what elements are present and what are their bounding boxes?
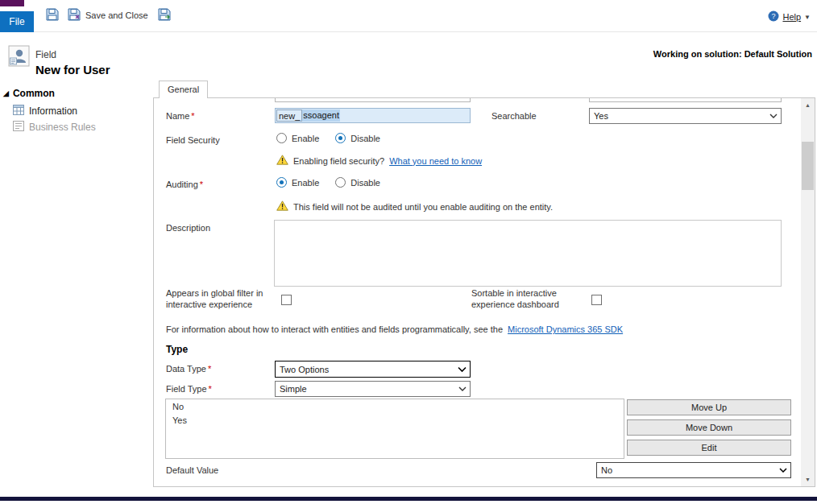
auditing-radio-group: Enable Disable [276,177,380,188]
auditing-warning-text: This field will not be audited until you… [293,202,553,212]
chevron-down-icon [458,366,467,372]
help-label: Help [782,12,801,22]
auditing-warning: This field will not be audited until you… [276,200,553,213]
field-security-disable-radio[interactable] [335,133,346,143]
warning-icon [276,200,288,213]
help-icon: ? [768,10,779,23]
default-value-label: Default Value [166,465,218,475]
auditing-enable-radio[interactable] [276,177,287,188]
save-and-new-icon[interactable] [158,8,171,24]
global-filter-label: Appears in global filter in interactive … [166,287,272,310]
list-item[interactable]: No [166,399,624,413]
warning-icon [276,155,288,167]
help-menu[interactable]: ? Help ▼ [768,10,811,23]
save-icon[interactable] [46,8,59,24]
enable-label: Enable [292,178,319,188]
chevron-down-icon [779,468,787,473]
field-security-warning: Enabling field security? What you need t… [276,155,482,167]
save-and-close-label: Save and Close [85,10,148,20]
chevron-down-icon: ▼ [804,14,811,21]
move-down-button[interactable]: Move Down [627,419,791,436]
default-value-select[interactable]: No [596,462,791,478]
searchable-label: Searchable [491,111,537,121]
scrollbar-thumb[interactable] [802,142,814,190]
sidebar-item-label: Information [29,105,77,117]
sidebar-nav: ◢ Common Information [0,81,153,497]
chevron-down-icon [769,114,778,118]
sidebar-item-label: Business Rules [29,122,96,133]
two-options-list: No Yes [165,399,624,459]
disable-label: Disable [350,134,380,143]
field-security-warning-text: Enabling field security? [293,156,384,166]
collapse-triangle-icon: ◢ [3,89,9,97]
disable-label: Disable [350,178,380,188]
enable-label: Enable [292,134,319,143]
move-up-button[interactable]: Move Up [627,399,791,415]
cutoff-input-left [275,98,471,102]
svg-text:?: ? [772,12,776,20]
field-security-enable-radio[interactable] [276,133,287,143]
page-title: New for User [35,63,110,76]
field-type-select[interactable]: Simple [275,381,471,397]
edit-button[interactable]: Edit [627,440,791,456]
cutoff-input-right [589,98,782,102]
vertical-scrollbar[interactable]: ▲ ▼ [801,98,815,486]
form-area: General Name* new_ssoagent Searchable Ye… [153,81,817,488]
chevron-down-icon [458,386,467,391]
dynamics-sdk-link[interactable]: Microsoft Dynamics 365 SDK [508,324,623,334]
name-value: ssoagent [302,109,340,122]
scroll-down-arrow-icon[interactable]: ▼ [801,473,815,486]
data-type-label: Data Type* [166,364,211,374]
name-label: Name* [166,111,195,121]
file-tab[interactable]: File [0,11,34,32]
global-filter-checkbox[interactable] [281,295,292,305]
data-type-select[interactable]: Two Options [275,361,471,378]
general-form: Name* new_ssoagent Searchable Yes Field … [153,97,815,487]
tab-general[interactable]: General [159,81,208,98]
sortable-checkbox[interactable] [591,295,602,305]
brand-strip [0,0,24,6]
working-on-solution-label: Working on solution: Default Solution [653,49,812,59]
sortable-label: Sortable in interactive experience dashb… [471,287,584,310]
sdk-note-text: For information about how to interact wi… [166,324,503,334]
bottom-border-bar [0,497,817,501]
description-label: Description [166,223,210,233]
what-you-need-to-know-link[interactable]: What you need to know [389,156,482,166]
type-section-header: Type [166,344,188,355]
save-and-close-icon [68,8,81,23]
entity-type-label: Field [35,49,56,60]
searchable-select[interactable]: Yes [589,108,782,124]
field-entity-icon [8,45,30,70]
sidebar-group-label: Common [13,88,55,99]
list-item[interactable]: Yes [166,413,624,427]
information-grid-icon [13,105,24,118]
field-security-label: Field Security [166,135,220,145]
top-toolbar: File Save and Close [0,0,817,32]
sidebar-item-information[interactable]: Information [13,105,77,118]
sidebar-group-common[interactable]: ◢ Common [3,88,55,99]
name-input[interactable]: new_ssoagent [275,108,471,123]
sidebar-item-business-rules[interactable]: Business Rules [13,121,96,134]
auditing-disable-radio[interactable] [335,177,346,188]
description-textarea[interactable] [274,220,782,287]
field-type-label: Field Type* [166,384,212,394]
dynamics-field-editor: File Save and Close [0,0,817,504]
scroll-up-arrow-icon[interactable]: ▲ [801,98,815,112]
sdk-note: For information about how to interact wi… [166,324,623,334]
field-security-radio-group: Enable Disable [276,133,380,143]
business-rules-icon [13,121,24,134]
record-header: Field New for User Working on solution: … [0,32,817,81]
auditing-label: Auditing* [166,180,203,189]
name-prefix: new_ [276,109,302,122]
save-and-close-button[interactable]: Save and Close [68,8,148,23]
